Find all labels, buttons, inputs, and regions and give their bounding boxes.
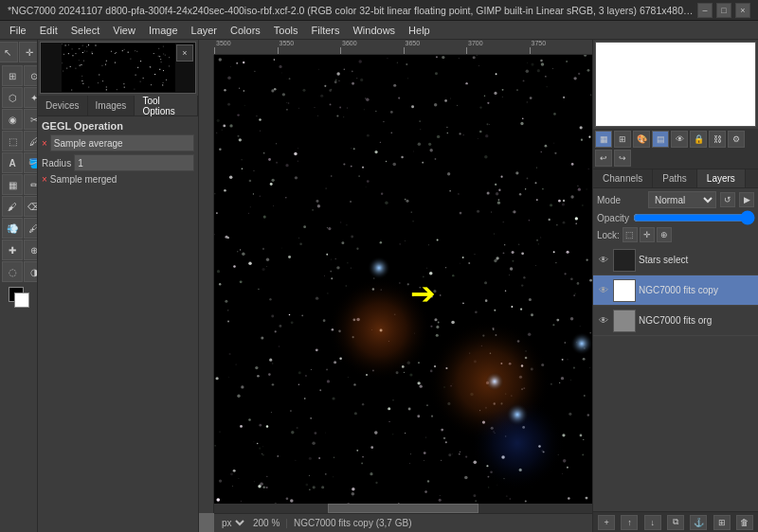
tool-move[interactable]: ✛: [19, 42, 38, 62]
mode-select[interactable]: Normal: [648, 191, 716, 208]
menu-item-view[interactable]: View: [107, 22, 141, 39]
lock-pos-btn[interactable]: ✛: [640, 227, 655, 242]
layer-visibility-icon[interactable]: 👁: [597, 284, 610, 297]
tab-channels[interactable]: Channels: [593, 169, 653, 187]
gegl-radius-spinner[interactable]: [74, 154, 194, 171]
ruler-tick-h: [214, 47, 215, 55]
menu-item-file[interactable]: File: [4, 22, 32, 39]
tool-pointer[interactable]: ↖: [0, 42, 18, 62]
menu-item-select[interactable]: Select: [65, 22, 106, 39]
tool-free-select[interactable]: ⬡: [2, 87, 23, 108]
right-preview-box: [595, 42, 756, 127]
menu-item-windows[interactable]: Windows: [347, 22, 401, 39]
tool-eraser[interactable]: ⌫: [24, 196, 38, 217]
horizontal-scrollbar[interactable]: [214, 504, 592, 513]
gegl-operation-input[interactable]: [50, 134, 194, 151]
canvas-scroll[interactable]: ➔: [214, 55, 592, 513]
lock-row: Lock: ⬚ ✛ ⊕: [597, 227, 754, 242]
menu-item-edit[interactable]: Edit: [34, 22, 63, 39]
tool-foreground-select[interactable]: ⬚: [2, 131, 23, 151]
tool-bucket[interactable]: 🪣: [24, 152, 38, 173]
tool-heal[interactable]: ✚: [2, 239, 23, 260]
scrollbar-thumb[interactable]: [328, 504, 479, 513]
layer-opacity-row: Opacity 100.0: [597, 211, 754, 224]
tool-ellipse-select[interactable]: ⊙: [24, 65, 38, 86]
rt-icon-active[interactable]: ▤: [652, 131, 669, 148]
zoom-label: 200 %: [253, 518, 280, 528]
mode-label: Mode: [597, 195, 644, 205]
maximize-button[interactable]: □: [716, 3, 731, 18]
left-tabs: Devices Images Tool Options: [38, 96, 198, 116]
rt-icon-undo[interactable]: ↩: [595, 150, 612, 167]
tool-clone[interactable]: ⊕: [24, 239, 38, 260]
tool-gradient[interactable]: ▦: [2, 174, 23, 195]
lock-pixels-btn[interactable]: ⬚: [623, 227, 638, 242]
delete-layer-btn[interactable]: 🗑: [736, 515, 753, 530]
tab-tool-options[interactable]: Tool Options: [135, 96, 198, 115]
tool-pencil[interactable]: ✏: [24, 174, 38, 195]
tool-ink[interactable]: 🖋: [24, 218, 38, 239]
tab-layers[interactable]: Layers: [697, 169, 746, 187]
background-color[interactable]: [14, 293, 29, 308]
ruler-label-h: 3600: [342, 40, 357, 46]
mode-next-btn[interactable]: ▶: [739, 192, 754, 207]
layer-thumbnail: [613, 249, 636, 272]
rt-icon-histogram[interactable]: ▦: [595, 131, 612, 148]
merge-visible-btn[interactable]: ⊞: [713, 515, 731, 530]
menu-item-colors[interactable]: Colors: [225, 22, 266, 39]
tool-paintbrush[interactable]: 🖌: [2, 196, 23, 217]
unit-select[interactable]: px: [218, 517, 247, 529]
layer-item[interactable]: 👁Stars select: [593, 245, 758, 275]
tool-paths[interactable]: 🖊: [24, 131, 38, 151]
preview-close[interactable]: ×: [176, 44, 193, 62]
tab-images[interactable]: Images: [88, 96, 135, 115]
gegl-check-btn[interactable]: ×: [42, 174, 47, 185]
layer-visibility-icon[interactable]: 👁: [597, 254, 610, 267]
lock-alpha-btn[interactable]: ⊕: [657, 227, 672, 242]
gegl-title: GEGL Operation: [42, 120, 194, 132]
ruler-tick-h: [466, 47, 467, 55]
duplicate-layer-btn[interactable]: ⧉: [667, 515, 684, 530]
tool-blur[interactable]: ◌: [2, 261, 23, 282]
tab-paths[interactable]: Paths: [653, 169, 697, 187]
rt-icon-colormap[interactable]: 🎨: [633, 131, 650, 148]
menu-item-image[interactable]: Image: [143, 22, 184, 39]
rt-icon-redo[interactable]: ↪: [614, 150, 631, 167]
rt-icon-lock[interactable]: 🔒: [690, 131, 707, 148]
layer-item[interactable]: 👁NGC7000 fits org: [593, 306, 758, 336]
minimize-button[interactable]: –: [697, 3, 713, 18]
menu-item-help[interactable]: Help: [403, 22, 436, 39]
rt-icon-chain[interactable]: ⛓: [709, 131, 726, 148]
canvas-image[interactable]: ➔: [214, 55, 592, 513]
gegl-x-btn[interactable]: ×: [42, 138, 47, 149]
menu-item-layer[interactable]: Layer: [186, 22, 224, 39]
color-preview[interactable]: [9, 287, 29, 308]
tool-rect-select[interactable]: ⊞: [2, 65, 23, 86]
anchor-layer-btn[interactable]: ⚓: [690, 515, 707, 530]
opacity-slider[interactable]: [633, 211, 755, 224]
layer-bottom-bar: + ↑ ↓ ⧉ ⚓ ⊞ 🗑: [593, 511, 758, 532]
rt-icon-navigator[interactable]: ⊞: [614, 131, 631, 148]
lower-layer-btn[interactable]: ↓: [644, 515, 661, 530]
mode-reset-btn[interactable]: ↺: [720, 192, 735, 207]
right-panel: ▦ ⊞ 🎨 ▤ 👁 🔒 ⛓ ⚙ ↩ ↪ Channels Paths Layer…: [592, 40, 758, 532]
tool-dodge[interactable]: ◑: [24, 261, 38, 282]
layer-list: 👁Stars select👁NGC7000 fits copy👁NGC7000 …: [593, 245, 758, 511]
menu-item-tools[interactable]: Tools: [268, 22, 304, 39]
tool-airbrush[interactable]: 💨: [2, 218, 23, 239]
tool-text[interactable]: A: [2, 152, 23, 173]
tool-scissors[interactable]: ✂: [24, 109, 38, 130]
layer-item[interactable]: 👁NGC7000 fits copy: [593, 275, 758, 306]
tool-by-color[interactable]: ◉: [2, 109, 23, 130]
tab-devices[interactable]: Devices: [38, 96, 88, 115]
layer-visibility-icon[interactable]: 👁: [597, 314, 610, 328]
close-button[interactable]: ×: [735, 3, 750, 18]
new-layer-btn[interactable]: +: [598, 515, 615, 530]
menu-item-filters[interactable]: Filters: [306, 22, 346, 39]
ruler-label-h: 3550: [280, 40, 295, 46]
right-tabs: Channels Paths Layers: [593, 169, 758, 188]
raise-layer-btn[interactable]: ↑: [621, 515, 638, 530]
tool-fuzzy-select[interactable]: ✦: [24, 87, 38, 108]
rt-icon-gear[interactable]: ⚙: [728, 131, 745, 148]
rt-icon-eye[interactable]: 👁: [671, 131, 688, 148]
